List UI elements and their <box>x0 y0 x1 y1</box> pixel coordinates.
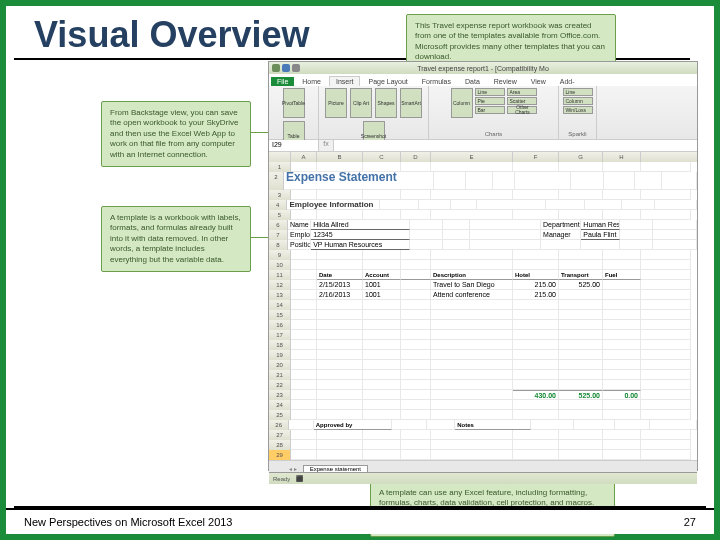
cell[interactable] <box>291 250 317 260</box>
cell[interactable] <box>363 410 401 420</box>
cell[interactable] <box>317 410 363 420</box>
cell[interactable] <box>291 310 317 320</box>
cell[interactable] <box>603 450 641 460</box>
cell[interactable] <box>431 380 513 390</box>
cell[interactable] <box>603 430 641 440</box>
cell[interactable]: 430.00 <box>513 390 559 400</box>
cell[interactable] <box>603 440 641 450</box>
cell[interactable] <box>431 400 513 410</box>
cell[interactable] <box>431 360 513 370</box>
row-header[interactable]: 10 <box>269 260 291 270</box>
cell[interactable] <box>431 440 513 450</box>
cell[interactable] <box>291 270 317 280</box>
sparkline-column-button[interactable]: Column <box>563 97 593 105</box>
cell[interactable] <box>604 172 635 190</box>
cell[interactable]: Fuel <box>603 270 641 280</box>
cell[interactable] <box>571 172 603 190</box>
cell[interactable] <box>641 350 691 360</box>
cell[interactable] <box>431 350 513 360</box>
cell[interactable] <box>431 340 513 350</box>
cell[interactable] <box>641 290 691 300</box>
row-header[interactable]: 12 <box>269 280 291 290</box>
cell[interactable] <box>291 260 317 270</box>
cell[interactable] <box>401 290 431 300</box>
cell[interactable] <box>641 360 691 370</box>
cell[interactable] <box>401 330 431 340</box>
cell[interactable] <box>559 450 603 460</box>
cell[interactable] <box>363 390 401 400</box>
cell[interactable] <box>291 410 317 420</box>
cell[interactable] <box>513 350 559 360</box>
cell[interactable] <box>622 200 654 210</box>
cell[interactable] <box>559 290 603 300</box>
cell[interactable] <box>513 330 559 340</box>
cell[interactable] <box>559 190 603 200</box>
cell[interactable] <box>603 340 641 350</box>
cell[interactable] <box>641 380 691 390</box>
tab-home[interactable]: Home <box>296 77 327 86</box>
cell[interactable] <box>291 280 317 290</box>
cell[interactable] <box>363 340 401 350</box>
cell[interactable] <box>546 200 585 210</box>
tab-addins[interactable]: Add- <box>554 77 581 86</box>
column-chart-button[interactable]: Column <box>451 88 473 118</box>
undo-icon[interactable] <box>292 64 300 72</box>
column-headers[interactable]: ABCDEFGH <box>269 152 697 162</box>
cell[interactable] <box>317 430 363 440</box>
sparkline-line-button[interactable]: Line <box>563 88 593 96</box>
cell[interactable] <box>641 430 691 440</box>
cell[interactable] <box>363 190 401 200</box>
cell[interactable]: Employee ID <box>288 230 311 240</box>
cell[interactable]: 525.00 <box>559 390 603 400</box>
cell[interactable] <box>443 240 470 250</box>
cell[interactable] <box>401 440 431 450</box>
row-header[interactable]: 14 <box>269 300 291 310</box>
cell[interactable] <box>559 320 603 330</box>
cell[interactable] <box>410 240 443 250</box>
cell[interactable] <box>317 250 363 260</box>
cell[interactable] <box>559 400 603 410</box>
cell[interactable] <box>620 230 653 240</box>
cell[interactable] <box>641 260 691 270</box>
cell[interactable] <box>363 320 401 330</box>
cell[interactable] <box>317 320 363 330</box>
cell[interactable] <box>363 430 401 440</box>
cell[interactable] <box>431 310 513 320</box>
cell[interactable] <box>603 280 641 290</box>
cell[interactable] <box>317 190 363 200</box>
cell[interactable] <box>603 410 641 420</box>
cell[interactable] <box>431 330 513 340</box>
cell[interactable] <box>603 400 641 410</box>
cell[interactable] <box>317 360 363 370</box>
cell[interactable] <box>641 320 691 330</box>
cell[interactable]: Notes <box>455 420 531 430</box>
cell[interactable] <box>559 340 603 350</box>
cell[interactable] <box>317 390 363 400</box>
cell[interactable]: 2/16/2013 <box>317 290 363 300</box>
cell[interactable] <box>317 300 363 310</box>
cell[interactable] <box>653 240 697 250</box>
cell[interactable] <box>392 420 427 430</box>
cell[interactable] <box>291 390 317 400</box>
cell[interactable] <box>363 360 401 370</box>
row-header[interactable]: 25 <box>269 410 291 420</box>
tab-page-layout[interactable]: Page Layout <box>362 77 413 86</box>
cell[interactable] <box>615 420 650 430</box>
row-header[interactable]: 23 <box>269 390 291 400</box>
cell[interactable]: VP Human Resources <box>311 240 410 250</box>
pie-chart-button[interactable]: Pie <box>475 97 505 105</box>
cell[interactable] <box>559 380 603 390</box>
cell[interactable] <box>513 300 559 310</box>
tab-formulas[interactable]: Formulas <box>416 77 457 86</box>
cell[interactable] <box>513 320 559 330</box>
cell[interactable] <box>513 410 559 420</box>
cell[interactable] <box>363 400 401 410</box>
cell[interactable] <box>513 380 559 390</box>
smartart-button[interactable]: SmartArt <box>400 88 422 118</box>
cell[interactable] <box>603 300 641 310</box>
cell[interactable]: Attend conference <box>431 290 513 300</box>
cell[interactable] <box>380 200 419 210</box>
cell[interactable] <box>317 260 363 270</box>
cell[interactable] <box>401 280 431 290</box>
cell[interactable]: Position <box>288 240 311 250</box>
